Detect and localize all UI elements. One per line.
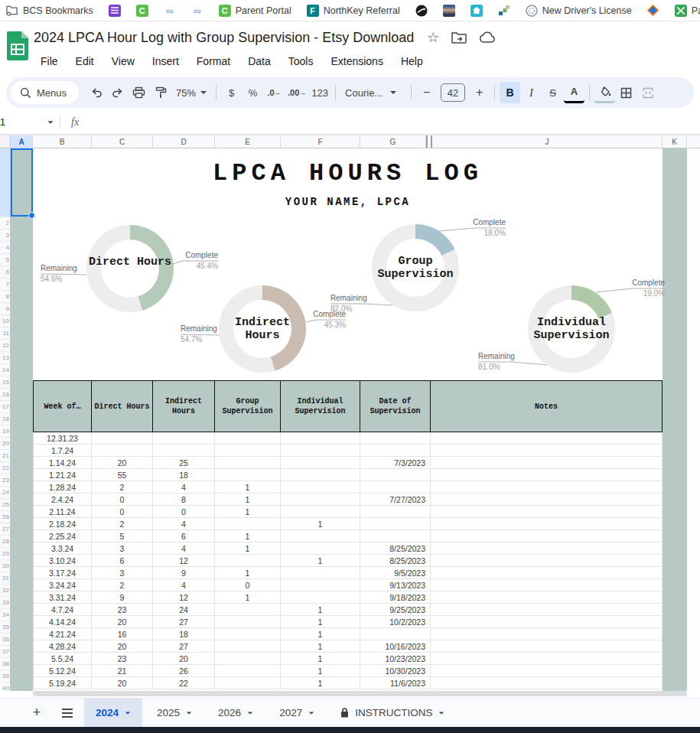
table-cell[interactable]: 5 [92, 530, 153, 542]
menu-tools[interactable]: Tools [282, 54, 321, 69]
row-header-40[interactable]: 40 [0, 682, 10, 691]
sheet-tab-2026[interactable]: 2026 [207, 699, 265, 727]
row-header-29[interactable]: 29 [0, 547, 10, 559]
sheet-tab-2024[interactable]: 2024 [84, 699, 142, 727]
row-header-32[interactable]: 32 [0, 584, 10, 596]
table-cell[interactable] [431, 518, 663, 530]
row-header-36[interactable]: 36 [0, 633, 10, 645]
table-cell[interactable]: 1 [215, 481, 281, 494]
more-formats-button[interactable]: 123 [309, 82, 330, 103]
chevron-down-icon[interactable] [309, 712, 314, 714]
table-cell[interactable]: 1 [281, 653, 360, 665]
menu-view[interactable]: View [105, 54, 142, 69]
table-cell[interactable]: 11/6/2023 [360, 677, 431, 689]
chevron-down-icon[interactable] [248, 712, 252, 714]
table-cell[interactable]: 10/2/2023 [360, 616, 431, 628]
bookmark-item-panorama[interactable]: Panorama [675, 5, 700, 17]
table-cell[interactable] [215, 518, 281, 530]
table-cell[interactable] [281, 579, 360, 591]
bookmark-item[interactable]: ∞ [191, 5, 203, 17]
table-cell[interactable]: 4 [153, 542, 215, 555]
table-cell[interactable]: 3.10.24 [33, 555, 92, 567]
table-cell[interactable] [281, 494, 360, 506]
bookmark-item[interactable] [498, 5, 510, 17]
table-cell[interactable] [281, 457, 360, 469]
table-cell[interactable]: 3 [92, 542, 153, 555]
row-header-24[interactable]: 24 [0, 486, 10, 498]
table-cell[interactable] [431, 677, 663, 689]
table-cell[interactable]: 1 [215, 494, 281, 506]
column-header-D[interactable]: D [153, 135, 215, 148]
table-cell[interactable] [215, 628, 281, 640]
table-cell[interactable]: 1 [281, 665, 360, 677]
row-header-6[interactable]: 6 [0, 266, 10, 278]
table-cell[interactable] [431, 530, 663, 542]
table-cell[interactable]: 12.31.23 [33, 432, 92, 445]
bookmark-item[interactable] [109, 5, 121, 17]
row-header-33[interactable]: 33 [0, 596, 10, 608]
table-cell[interactable]: 1 [215, 530, 281, 542]
table-header-cell[interactable]: Date of Supervision [360, 380, 431, 432]
bookmark-item[interactable]: ∞ [164, 5, 176, 17]
table-cell[interactable] [431, 579, 663, 591]
bookmark-item[interactable] [415, 5, 428, 17]
table-cell[interactable]: 9 [153, 567, 215, 579]
table-cell[interactable] [431, 494, 663, 506]
table-cell[interactable] [431, 481, 663, 494]
add-sheet-button[interactable]: + [21, 699, 52, 727]
paint-format-icon[interactable] [150, 82, 171, 103]
table-cell[interactable] [215, 677, 281, 689]
row-header-23[interactable]: 23 [0, 474, 10, 486]
row-header-25[interactable]: 25 [0, 498, 10, 510]
row-header-39[interactable]: 39 [0, 669, 10, 682]
table-cell[interactable] [431, 604, 663, 616]
row-header-7[interactable]: 7 [0, 278, 10, 290]
table-cell[interactable] [215, 616, 281, 628]
table-cell[interactable]: 10/16/2023 [360, 640, 431, 653]
chevron-down-icon[interactable] [439, 712, 444, 714]
table-cell[interactable]: 9/25/2023 [360, 604, 431, 616]
row-header-15[interactable]: 15 [0, 376, 10, 388]
table-cell[interactable]: 9/18/2023 [360, 591, 431, 604]
table-cell[interactable] [215, 445, 281, 457]
table-cell[interactable] [431, 542, 663, 555]
row-header-19[interactable]: 19 [0, 425, 10, 437]
table-cell[interactable]: 8/25/2023 [360, 555, 431, 567]
table-cell[interactable] [281, 506, 360, 518]
column-k-fill[interactable] [663, 148, 687, 691]
table-cell[interactable] [215, 432, 281, 445]
row-header-3[interactable]: 3 [0, 229, 10, 241]
table-header-cell[interactable]: Indirect Hours [153, 380, 215, 432]
table-cell[interactable] [431, 469, 663, 481]
table-cell[interactable]: 3.24.24 [33, 579, 92, 591]
table-cell[interactable] [215, 653, 281, 665]
row-header-21[interactable]: 21 [0, 449, 10, 461]
table-cell[interactable]: 1.7.24 [33, 445, 92, 457]
format-percent-button[interactable]: % [243, 82, 263, 103]
table-cell[interactable]: 3.3.24 [33, 542, 92, 555]
menu-help[interactable]: Help [394, 54, 430, 69]
table-cell[interactable] [215, 665, 281, 677]
column-header-J[interactable]: J [432, 135, 663, 148]
borders-button[interactable] [616, 82, 637, 103]
menu-file[interactable]: File [34, 54, 65, 69]
table-cell[interactable] [431, 567, 663, 579]
table-cell[interactable] [431, 445, 663, 457]
star-icon[interactable]: ☆ [427, 29, 439, 46]
sheet-tab-2025[interactable]: 2025 [145, 699, 203, 727]
table-cell[interactable]: 1 [281, 518, 360, 530]
table-cell[interactable] [431, 591, 663, 604]
table-cell[interactable] [281, 542, 360, 555]
table-cell[interactable]: 3.31.24 [33, 591, 92, 604]
table-cell[interactable]: 0 [92, 506, 153, 518]
undo-button[interactable] [86, 82, 106, 103]
row-header-5[interactable]: 5 [0, 253, 10, 266]
bookmark-item[interactable]: C [136, 5, 148, 17]
table-header-cell[interactable]: Direct Hours [92, 380, 153, 432]
table-cell[interactable]: 23 [92, 604, 153, 616]
table-cell[interactable] [153, 432, 215, 445]
table-cell[interactable]: 2.11.24 [33, 506, 92, 518]
table-cell[interactable]: 16 [92, 628, 153, 640]
table-header-cell[interactable]: Individual Supervision [281, 380, 360, 432]
table-header-cell[interactable]: Notes [431, 380, 663, 432]
